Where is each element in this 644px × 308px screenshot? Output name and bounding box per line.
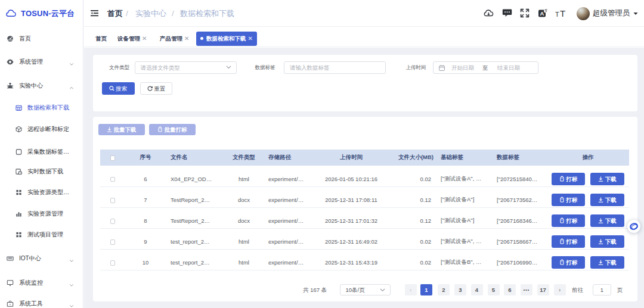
svg-text:A: A bbox=[540, 10, 544, 17]
svg-text:T: T bbox=[560, 9, 565, 18]
svg-text:T: T bbox=[555, 11, 559, 18]
